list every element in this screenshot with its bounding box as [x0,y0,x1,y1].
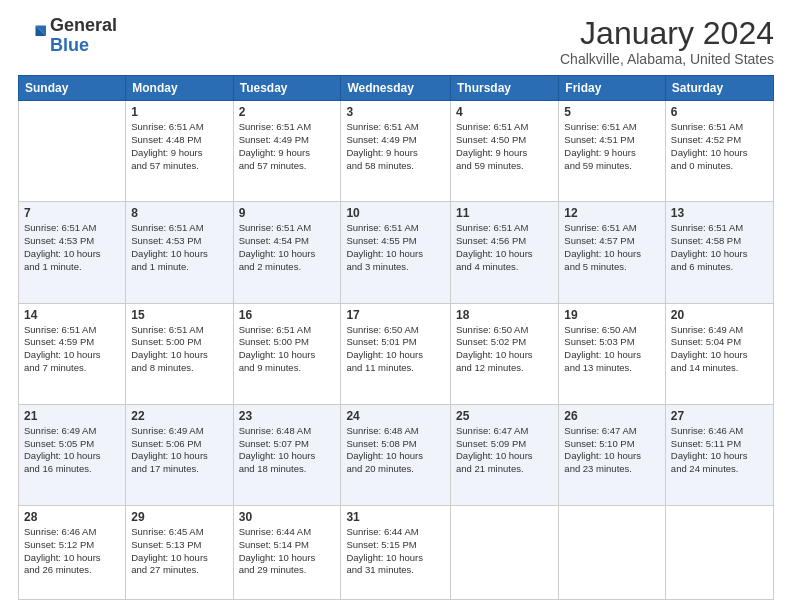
table-row: 21Sunrise: 6:49 AM Sunset: 5:05 PM Dayli… [19,404,126,505]
table-row: 9Sunrise: 6:51 AM Sunset: 4:54 PM Daylig… [233,202,341,303]
calendar-week-row: 21Sunrise: 6:49 AM Sunset: 5:05 PM Dayli… [19,404,774,505]
table-row: 25Sunrise: 6:47 AM Sunset: 5:09 PM Dayli… [451,404,559,505]
day-number: 27 [671,409,768,423]
day-info: Sunrise: 6:51 AM Sunset: 4:48 PM Dayligh… [131,121,227,172]
table-row: 31Sunrise: 6:44 AM Sunset: 5:15 PM Dayli… [341,505,451,599]
day-number: 7 [24,206,120,220]
day-number: 25 [456,409,553,423]
col-friday: Friday [559,76,666,101]
col-monday: Monday [126,76,233,101]
table-row [559,505,666,599]
day-info: Sunrise: 6:50 AM Sunset: 5:02 PM Dayligh… [456,324,553,375]
day-number: 8 [131,206,227,220]
table-row: 29Sunrise: 6:45 AM Sunset: 5:13 PM Dayli… [126,505,233,599]
day-number: 18 [456,308,553,322]
day-number: 24 [346,409,445,423]
day-number: 29 [131,510,227,524]
day-info: Sunrise: 6:51 AM Sunset: 4:53 PM Dayligh… [24,222,120,273]
table-row: 13Sunrise: 6:51 AM Sunset: 4:58 PM Dayli… [665,202,773,303]
month-title: January 2024 [560,16,774,51]
day-number: 20 [671,308,768,322]
day-number: 17 [346,308,445,322]
day-number: 30 [239,510,336,524]
table-row: 6Sunrise: 6:51 AM Sunset: 4:52 PM Daylig… [665,101,773,202]
table-row: 23Sunrise: 6:48 AM Sunset: 5:07 PM Dayli… [233,404,341,505]
day-info: Sunrise: 6:51 AM Sunset: 4:52 PM Dayligh… [671,121,768,172]
day-number: 14 [24,308,120,322]
table-row: 24Sunrise: 6:48 AM Sunset: 5:08 PM Dayli… [341,404,451,505]
table-row: 19Sunrise: 6:50 AM Sunset: 5:03 PM Dayli… [559,303,666,404]
page: General Blue January 2024 Chalkville, Al… [0,0,792,612]
day-info: Sunrise: 6:50 AM Sunset: 5:01 PM Dayligh… [346,324,445,375]
table-row: 14Sunrise: 6:51 AM Sunset: 4:59 PM Dayli… [19,303,126,404]
calendar-header-row: Sunday Monday Tuesday Wednesday Thursday… [19,76,774,101]
day-number: 12 [564,206,660,220]
day-number: 9 [239,206,336,220]
day-info: Sunrise: 6:46 AM Sunset: 5:11 PM Dayligh… [671,425,768,476]
logo-blue: Blue [50,35,89,55]
calendar-week-row: 28Sunrise: 6:46 AM Sunset: 5:12 PM Dayli… [19,505,774,599]
table-row [665,505,773,599]
day-info: Sunrise: 6:45 AM Sunset: 5:13 PM Dayligh… [131,526,227,577]
table-row: 11Sunrise: 6:51 AM Sunset: 4:56 PM Dayli… [451,202,559,303]
day-number: 31 [346,510,445,524]
day-info: Sunrise: 6:51 AM Sunset: 4:49 PM Dayligh… [346,121,445,172]
logo-icon [18,22,46,50]
title-block: January 2024 Chalkville, Alabama, United… [560,16,774,67]
day-info: Sunrise: 6:48 AM Sunset: 5:07 PM Dayligh… [239,425,336,476]
table-row: 10Sunrise: 6:51 AM Sunset: 4:55 PM Dayli… [341,202,451,303]
table-row: 26Sunrise: 6:47 AM Sunset: 5:10 PM Dayli… [559,404,666,505]
table-row: 2Sunrise: 6:51 AM Sunset: 4:49 PM Daylig… [233,101,341,202]
day-number: 22 [131,409,227,423]
calendar-week-row: 7Sunrise: 6:51 AM Sunset: 4:53 PM Daylig… [19,202,774,303]
table-row: 8Sunrise: 6:51 AM Sunset: 4:53 PM Daylig… [126,202,233,303]
table-row: 15Sunrise: 6:51 AM Sunset: 5:00 PM Dayli… [126,303,233,404]
day-info: Sunrise: 6:51 AM Sunset: 4:55 PM Dayligh… [346,222,445,273]
day-number: 15 [131,308,227,322]
table-row: 22Sunrise: 6:49 AM Sunset: 5:06 PM Dayli… [126,404,233,505]
day-info: Sunrise: 6:51 AM Sunset: 4:50 PM Dayligh… [456,121,553,172]
table-row: 3Sunrise: 6:51 AM Sunset: 4:49 PM Daylig… [341,101,451,202]
table-row: 30Sunrise: 6:44 AM Sunset: 5:14 PM Dayli… [233,505,341,599]
day-number: 26 [564,409,660,423]
day-info: Sunrise: 6:48 AM Sunset: 5:08 PM Dayligh… [346,425,445,476]
day-info: Sunrise: 6:51 AM Sunset: 5:00 PM Dayligh… [239,324,336,375]
table-row: 16Sunrise: 6:51 AM Sunset: 5:00 PM Dayli… [233,303,341,404]
col-thursday: Thursday [451,76,559,101]
table-row: 12Sunrise: 6:51 AM Sunset: 4:57 PM Dayli… [559,202,666,303]
col-tuesday: Tuesday [233,76,341,101]
col-saturday: Saturday [665,76,773,101]
col-sunday: Sunday [19,76,126,101]
day-info: Sunrise: 6:51 AM Sunset: 4:53 PM Dayligh… [131,222,227,273]
table-row [19,101,126,202]
logo-text: General Blue [50,16,117,56]
logo: General Blue [18,16,117,56]
day-number: 2 [239,105,336,119]
day-info: Sunrise: 6:51 AM Sunset: 4:59 PM Dayligh… [24,324,120,375]
day-number: 28 [24,510,120,524]
table-row: 5Sunrise: 6:51 AM Sunset: 4:51 PM Daylig… [559,101,666,202]
day-number: 4 [456,105,553,119]
table-row: 27Sunrise: 6:46 AM Sunset: 5:11 PM Dayli… [665,404,773,505]
day-info: Sunrise: 6:47 AM Sunset: 5:10 PM Dayligh… [564,425,660,476]
day-number: 21 [24,409,120,423]
table-row: 20Sunrise: 6:49 AM Sunset: 5:04 PM Dayli… [665,303,773,404]
day-info: Sunrise: 6:47 AM Sunset: 5:09 PM Dayligh… [456,425,553,476]
day-info: Sunrise: 6:49 AM Sunset: 5:05 PM Dayligh… [24,425,120,476]
day-info: Sunrise: 6:51 AM Sunset: 4:58 PM Dayligh… [671,222,768,273]
col-wednesday: Wednesday [341,76,451,101]
day-info: Sunrise: 6:49 AM Sunset: 5:04 PM Dayligh… [671,324,768,375]
day-number: 1 [131,105,227,119]
day-info: Sunrise: 6:51 AM Sunset: 5:00 PM Dayligh… [131,324,227,375]
day-info: Sunrise: 6:44 AM Sunset: 5:14 PM Dayligh… [239,526,336,577]
day-number: 19 [564,308,660,322]
table-row: 17Sunrise: 6:50 AM Sunset: 5:01 PM Dayli… [341,303,451,404]
table-row: 18Sunrise: 6:50 AM Sunset: 5:02 PM Dayli… [451,303,559,404]
day-number: 13 [671,206,768,220]
day-info: Sunrise: 6:51 AM Sunset: 4:56 PM Dayligh… [456,222,553,273]
day-info: Sunrise: 6:46 AM Sunset: 5:12 PM Dayligh… [24,526,120,577]
day-number: 6 [671,105,768,119]
day-info: Sunrise: 6:50 AM Sunset: 5:03 PM Dayligh… [564,324,660,375]
day-info: Sunrise: 6:51 AM Sunset: 4:51 PM Dayligh… [564,121,660,172]
table-row: 7Sunrise: 6:51 AM Sunset: 4:53 PM Daylig… [19,202,126,303]
